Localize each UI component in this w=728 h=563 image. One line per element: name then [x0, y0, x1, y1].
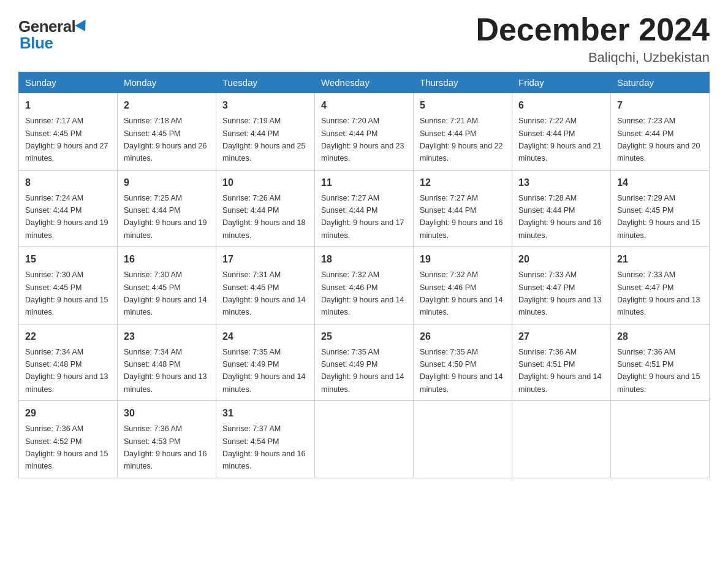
- day-info: Sunrise: 7:29 AMSunset: 4:45 PMDaylight:…: [617, 194, 700, 240]
- day-number: 13: [518, 175, 604, 190]
- day-number: 25: [321, 329, 407, 344]
- header-friday: Friday: [512, 72, 611, 93]
- logo: General Blue: [18, 12, 89, 53]
- day-number: 22: [25, 329, 111, 344]
- calendar-cell: 14 Sunrise: 7:29 AMSunset: 4:45 PMDaylig…: [611, 170, 710, 247]
- day-info: Sunrise: 7:35 AMSunset: 4:49 PMDaylight:…: [222, 348, 306, 394]
- day-number: 11: [321, 175, 407, 190]
- day-info: Sunrise: 7:33 AMSunset: 4:47 PMDaylight:…: [617, 270, 700, 316]
- day-number: 6: [518, 98, 604, 113]
- calendar-cell: 8 Sunrise: 7:24 AMSunset: 4:44 PMDayligh…: [19, 170, 118, 247]
- week-row-2: 8 Sunrise: 7:24 AMSunset: 4:44 PMDayligh…: [19, 170, 710, 247]
- day-number: 24: [222, 329, 308, 344]
- calendar-cell: 10 Sunrise: 7:26 AMSunset: 4:44 PMDaylig…: [216, 170, 315, 247]
- day-number: 17: [222, 252, 308, 267]
- day-info: Sunrise: 7:33 AMSunset: 4:47 PMDaylight:…: [518, 270, 602, 316]
- header-thursday: Thursday: [414, 72, 512, 93]
- day-info: Sunrise: 7:22 AMSunset: 4:44 PMDaylight:…: [518, 117, 602, 163]
- calendar-cell: 19 Sunrise: 7:32 AMSunset: 4:46 PMDaylig…: [414, 247, 512, 324]
- day-info: Sunrise: 7:36 AMSunset: 4:51 PMDaylight:…: [617, 348, 700, 394]
- calendar-cell: 17 Sunrise: 7:31 AMSunset: 4:45 PMDaylig…: [216, 247, 315, 324]
- calendar-cell: [315, 401, 414, 478]
- day-info: Sunrise: 7:23 AMSunset: 4:44 PMDaylight:…: [617, 117, 700, 163]
- day-info: Sunrise: 7:30 AMSunset: 4:45 PMDaylight:…: [124, 270, 207, 316]
- calendar-cell: 7 Sunrise: 7:23 AMSunset: 4:44 PMDayligh…: [611, 93, 710, 170]
- header-tuesday: Tuesday: [216, 72, 315, 93]
- day-info: Sunrise: 7:25 AMSunset: 4:44 PMDaylight:…: [124, 194, 207, 240]
- calendar-cell: 18 Sunrise: 7:32 AMSunset: 4:46 PMDaylig…: [315, 247, 414, 324]
- day-number: 2: [124, 98, 210, 113]
- calendar-cell: [512, 401, 611, 478]
- day-info: Sunrise: 7:36 AMSunset: 4:52 PMDaylight:…: [25, 424, 108, 470]
- calendar-cell: 21 Sunrise: 7:33 AMSunset: 4:47 PMDaylig…: [611, 247, 710, 324]
- day-info: Sunrise: 7:36 AMSunset: 4:53 PMDaylight:…: [124, 424, 207, 470]
- day-info: Sunrise: 7:18 AMSunset: 4:45 PMDaylight:…: [124, 117, 207, 163]
- day-number: 21: [617, 252, 703, 267]
- day-info: Sunrise: 7:26 AMSunset: 4:44 PMDaylight:…: [222, 194, 306, 240]
- day-number: 5: [420, 98, 506, 113]
- calendar-cell: 29 Sunrise: 7:36 AMSunset: 4:52 PMDaylig…: [19, 401, 118, 478]
- calendar-cell: 20 Sunrise: 7:33 AMSunset: 4:47 PMDaylig…: [512, 247, 611, 324]
- calendar-cell: 13 Sunrise: 7:28 AMSunset: 4:44 PMDaylig…: [512, 170, 611, 247]
- calendar-cell: 26 Sunrise: 7:35 AMSunset: 4:50 PMDaylig…: [414, 324, 512, 401]
- title-block: December 2024 Baliqchi, Uzbekistan: [476, 12, 710, 66]
- page-header: General Blue December 2024 Baliqchi, Uzb…: [18, 12, 710, 66]
- day-number: 30: [124, 406, 210, 421]
- week-row-5: 29 Sunrise: 7:36 AMSunset: 4:52 PMDaylig…: [19, 401, 710, 478]
- weekday-header-row: Sunday Monday Tuesday Wednesday Thursday…: [19, 72, 710, 93]
- month-title: December 2024: [476, 12, 710, 47]
- logo-blue-text: Blue: [20, 34, 53, 53]
- calendar-cell: [414, 401, 512, 478]
- day-info: Sunrise: 7:36 AMSunset: 4:51 PMDaylight:…: [518, 348, 602, 394]
- calendar-cell: 1 Sunrise: 7:17 AMSunset: 4:45 PMDayligh…: [19, 93, 118, 170]
- calendar-cell: 6 Sunrise: 7:22 AMSunset: 4:44 PMDayligh…: [512, 93, 611, 170]
- calendar-cell: 15 Sunrise: 7:30 AMSunset: 4:45 PMDaylig…: [19, 247, 118, 324]
- header-sunday: Sunday: [19, 72, 118, 93]
- day-info: Sunrise: 7:32 AMSunset: 4:46 PMDaylight:…: [321, 270, 404, 316]
- week-row-1: 1 Sunrise: 7:17 AMSunset: 4:45 PMDayligh…: [19, 93, 710, 170]
- calendar-cell: 31 Sunrise: 7:37 AMSunset: 4:54 PMDaylig…: [216, 401, 315, 478]
- day-info: Sunrise: 7:34 AMSunset: 4:48 PMDaylight:…: [25, 348, 108, 394]
- header-saturday: Saturday: [611, 72, 710, 93]
- day-number: 3: [222, 98, 308, 113]
- week-row-3: 15 Sunrise: 7:30 AMSunset: 4:45 PMDaylig…: [19, 247, 710, 324]
- calendar-cell: 9 Sunrise: 7:25 AMSunset: 4:44 PMDayligh…: [118, 170, 216, 247]
- calendar-cell: 23 Sunrise: 7:34 AMSunset: 4:48 PMDaylig…: [118, 324, 216, 401]
- calendar-cell: 4 Sunrise: 7:20 AMSunset: 4:44 PMDayligh…: [315, 93, 414, 170]
- calendar-cell: [611, 401, 710, 478]
- day-number: 27: [518, 329, 604, 344]
- calendar-cell: 5 Sunrise: 7:21 AMSunset: 4:44 PMDayligh…: [414, 93, 512, 170]
- day-number: 31: [222, 406, 308, 421]
- day-number: 8: [25, 175, 111, 190]
- day-info: Sunrise: 7:30 AMSunset: 4:45 PMDaylight:…: [25, 270, 108, 316]
- calendar-cell: 16 Sunrise: 7:30 AMSunset: 4:45 PMDaylig…: [118, 247, 216, 324]
- calendar-cell: 28 Sunrise: 7:36 AMSunset: 4:51 PMDaylig…: [611, 324, 710, 401]
- day-number: 19: [420, 252, 506, 267]
- day-info: Sunrise: 7:24 AMSunset: 4:44 PMDaylight:…: [25, 194, 108, 240]
- day-number: 28: [617, 329, 703, 344]
- day-info: Sunrise: 7:31 AMSunset: 4:45 PMDaylight:…: [222, 270, 306, 316]
- day-number: 7: [617, 98, 703, 113]
- day-number: 29: [25, 406, 111, 421]
- day-number: 1: [25, 98, 111, 113]
- day-info: Sunrise: 7:28 AMSunset: 4:44 PMDaylight:…: [518, 194, 602, 240]
- day-info: Sunrise: 7:27 AMSunset: 4:44 PMDaylight:…: [321, 194, 404, 240]
- day-info: Sunrise: 7:35 AMSunset: 4:50 PMDaylight:…: [420, 348, 503, 394]
- day-number: 9: [124, 175, 210, 190]
- calendar-table: Sunday Monday Tuesday Wednesday Thursday…: [18, 72, 710, 478]
- week-row-4: 22 Sunrise: 7:34 AMSunset: 4:48 PMDaylig…: [19, 324, 710, 401]
- calendar-cell: 30 Sunrise: 7:36 AMSunset: 4:53 PMDaylig…: [118, 401, 216, 478]
- calendar-cell: 2 Sunrise: 7:18 AMSunset: 4:45 PMDayligh…: [118, 93, 216, 170]
- day-info: Sunrise: 7:37 AMSunset: 4:54 PMDaylight:…: [222, 424, 306, 470]
- day-info: Sunrise: 7:32 AMSunset: 4:46 PMDaylight:…: [420, 270, 503, 316]
- day-info: Sunrise: 7:27 AMSunset: 4:44 PMDaylight:…: [420, 194, 503, 240]
- day-number: 10: [222, 175, 308, 190]
- calendar-cell: 24 Sunrise: 7:35 AMSunset: 4:49 PMDaylig…: [216, 324, 315, 401]
- calendar-cell: 25 Sunrise: 7:35 AMSunset: 4:49 PMDaylig…: [315, 324, 414, 401]
- header-wednesday: Wednesday: [315, 72, 414, 93]
- day-info: Sunrise: 7:35 AMSunset: 4:49 PMDaylight:…: [321, 348, 404, 394]
- logo-triangle-icon: [75, 20, 91, 34]
- day-number: 15: [25, 252, 111, 267]
- day-number: 14: [617, 175, 703, 190]
- day-number: 23: [124, 329, 210, 344]
